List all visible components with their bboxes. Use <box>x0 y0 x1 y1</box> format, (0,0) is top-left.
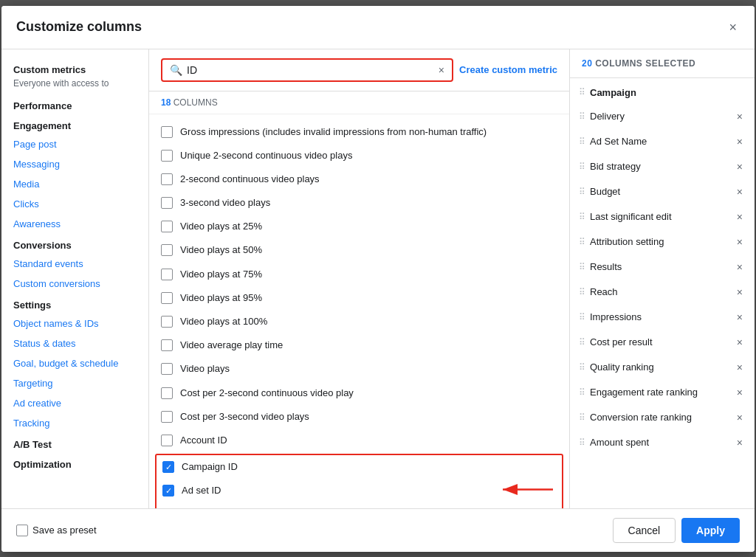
col-item-ad-id[interactable]: Ad ID <box>157 503 562 508</box>
sidebar-item-messaging[interactable]: Messaging <box>1 154 148 174</box>
sidebar-item-awareness[interactable]: Awareness <box>1 214 148 234</box>
col-checkbox-ad-set-id[interactable] <box>162 485 174 497</box>
drag-handle-delivery[interactable]: ⠿ <box>579 111 585 122</box>
col-checkbox-video-100[interactable] <box>161 316 173 328</box>
remove-engagement-rate-ranking-button[interactable]: × <box>734 386 746 399</box>
sidebar-item-media[interactable]: Media <box>1 174 148 194</box>
col-checkbox-3sec-video[interactable] <box>161 197 173 209</box>
col-item-campaign-id[interactable]: Campaign ID <box>157 455 562 479</box>
drag-handle-last-significant-edit[interactable]: ⠿ <box>579 212 585 222</box>
sidebar-item-custom-conversions[interactable]: Custom conversions <box>1 274 148 294</box>
drag-handle-conversion-rate-ranking[interactable]: ⠿ <box>579 412 585 423</box>
sidebar-item-goal-budget[interactable]: Goal, budget & schedule <box>1 353 148 373</box>
col-item-cost-2sec[interactable]: Cost per 2-second continuous video play <box>149 381 569 405</box>
drag-handle-quality-ranking[interactable]: ⠿ <box>579 362 585 373</box>
remove-delivery-button[interactable]: × <box>734 110 746 123</box>
sidebar-item-tracking[interactable]: Tracking <box>1 413 148 433</box>
selected-label-last-significant-edit: Last significant edit <box>590 211 729 222</box>
sidebar-item-status-dates[interactable]: Status & dates <box>1 333 148 353</box>
selected-label-campaign: Campaign <box>590 87 746 98</box>
selected-label-results: Results <box>590 261 729 272</box>
drag-handle-attribution-setting[interactable]: ⠿ <box>579 237 585 247</box>
selected-item-amount-spent: ⠿ Amount spent × <box>570 430 755 455</box>
col-checkbox-cost-3sec[interactable] <box>161 411 173 423</box>
cancel-button[interactable]: Cancel <box>613 518 676 543</box>
remove-reach-button[interactable]: × <box>734 286 746 299</box>
selected-item-cost-per-result: ⠿ Cost per result × <box>570 330 755 355</box>
col-item-video-75[interactable]: Video plays at 75% <box>149 263 569 286</box>
drag-handle-ad-set-name[interactable]: ⠿ <box>579 136 585 147</box>
create-custom-metric-link[interactable]: Create custom metric <box>459 64 557 75</box>
col-checkbox-video-50[interactable] <box>161 244 173 256</box>
remove-cost-per-result-button[interactable]: × <box>734 336 746 349</box>
drag-handle-cost-per-result[interactable]: ⠿ <box>579 337 585 347</box>
drag-handle-bid-strategy[interactable]: ⠿ <box>579 162 585 172</box>
columns-count-label: COLUMNS <box>171 97 217 108</box>
col-label-video-75: Video plays at 75% <box>180 268 262 281</box>
col-checkbox-video-95[interactable] <box>161 292 173 304</box>
search-input[interactable] <box>187 64 436 76</box>
remove-quality-ranking-button[interactable]: × <box>734 361 746 374</box>
col-item-video-avg-play[interactable]: Video average play time <box>149 333 569 357</box>
col-checkbox-gross-impressions[interactable] <box>161 126 173 138</box>
remove-conversion-rate-ranking-button[interactable]: × <box>734 411 746 424</box>
right-panel: 20 COLUMNS SELECTED ⠿ Campaign ⠿ Deliver… <box>570 49 755 508</box>
remove-attribution-setting-button[interactable]: × <box>734 235 746 249</box>
sidebar-item-standard-events[interactable]: Standard events <box>1 254 148 274</box>
col-checkbox-account-id[interactable] <box>161 435 173 446</box>
col-checkbox-cost-2sec[interactable] <box>161 387 173 399</box>
apply-button[interactable]: Apply <box>681 518 740 543</box>
col-label-video-50: Video plays at 50% <box>180 243 262 257</box>
drag-handle-budget[interactable]: ⠿ <box>579 187 585 197</box>
col-item-account-id[interactable]: Account ID <box>149 429 569 452</box>
columns-list: Gross impressions (includes invalid impr… <box>149 114 569 508</box>
sidebar-item-page-post[interactable]: Page post <box>1 134 148 154</box>
col-checkbox-video-avg-play[interactable] <box>161 339 173 351</box>
drag-handle-results[interactable]: ⠿ <box>579 262 585 272</box>
preset-checkbox[interactable] <box>16 525 28 536</box>
col-item-gross-impressions[interactable]: Gross impressions (includes invalid impr… <box>149 120 569 144</box>
col-checkbox-video-25[interactable] <box>161 221 173 232</box>
col-item-video-50[interactable]: Video plays at 50% <box>149 238 569 262</box>
col-checkbox-campaign-id[interactable] <box>162 461 174 473</box>
col-item-2sec-video[interactable]: 2-second continuous video plays <box>149 167 569 191</box>
col-item-ad-set-id[interactable]: Ad set ID <box>157 479 562 502</box>
col-checkbox-video-plays[interactable] <box>161 363 173 375</box>
col-item-video-25[interactable]: Video plays at 25% <box>149 215 569 238</box>
col-item-video-95[interactable]: Video plays at 95% <box>149 286 569 310</box>
col-label-2sec-video: 2-second continuous video plays <box>180 173 320 186</box>
clear-search-button[interactable]: × <box>439 64 444 76</box>
remove-ad-set-name-button[interactable]: × <box>734 135 746 148</box>
col-item-video-100[interactable]: Video plays at 100% <box>149 310 569 333</box>
save-as-preset[interactable]: Save as preset <box>16 525 97 536</box>
remove-impressions-button[interactable]: × <box>734 311 746 324</box>
sidebar-item-clicks[interactable]: Clicks <box>1 194 148 214</box>
sidebar-section-optimization: Optimization <box>1 453 148 473</box>
col-label-video-95: Video plays at 95% <box>180 291 262 305</box>
drag-handle-campaign[interactable]: ⠿ <box>579 87 585 97</box>
sidebar-item-object-names-ids[interactable]: Object names & IDs <box>1 314 148 333</box>
selected-item-quality-ranking: ⠿ Quality ranking × <box>570 355 755 380</box>
col-item-unique-2sec[interactable]: Unique 2-second continuous video plays <box>149 144 569 167</box>
close-button[interactable]: × <box>726 18 740 37</box>
remove-amount-spent-button[interactable]: × <box>734 436 746 449</box>
remove-last-significant-edit-button[interactable]: × <box>734 210 746 224</box>
selected-label-amount-spent: Amount spent <box>590 437 729 448</box>
search-input-wrapper[interactable]: 🔍 × <box>161 58 453 82</box>
col-item-cost-3sec[interactable]: Cost per 3-second video plays <box>149 405 569 429</box>
save-preset-label: Save as preset <box>32 525 97 536</box>
col-item-video-plays[interactable]: Video plays <box>149 357 569 381</box>
col-checkbox-2sec-video[interactable] <box>161 173 173 185</box>
sidebar-item-targeting[interactable]: Targeting <box>1 373 148 393</box>
drag-handle-engagement-rate-ranking[interactable]: ⠿ <box>579 387 585 398</box>
remove-bid-strategy-button[interactable]: × <box>734 160 746 173</box>
sidebar-item-ad-creative[interactable]: Ad creative <box>1 393 148 413</box>
col-item-3sec-video[interactable]: 3-second video plays <box>149 191 569 215</box>
remove-budget-button[interactable]: × <box>734 185 746 198</box>
drag-handle-reach[interactable]: ⠿ <box>579 287 585 297</box>
col-checkbox-video-75[interactable] <box>161 269 173 280</box>
drag-handle-impressions[interactable]: ⠿ <box>579 312 585 322</box>
remove-results-button[interactable]: × <box>734 260 746 274</box>
col-checkbox-unique-2sec[interactable] <box>161 150 173 162</box>
drag-handle-amount-spent[interactable]: ⠿ <box>579 437 585 448</box>
